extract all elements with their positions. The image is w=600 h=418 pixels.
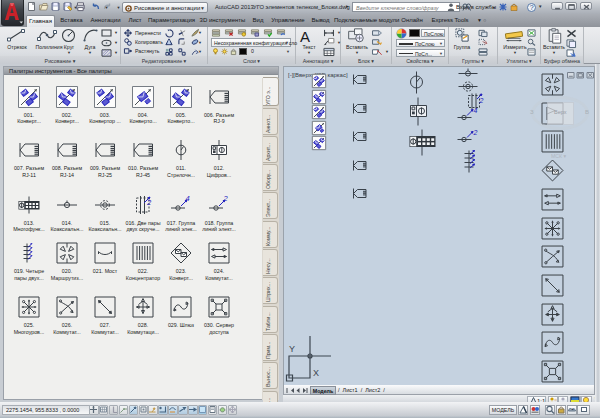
svg-text:?: ? <box>530 4 534 11</box>
svg-text:2: 2 <box>479 97 484 104</box>
svg-text:2: 2 <box>473 129 478 136</box>
svg-text:4: 4 <box>474 107 478 114</box>
svg-text:X: X <box>313 368 319 378</box>
svg-text:Y: Y <box>289 344 295 354</box>
